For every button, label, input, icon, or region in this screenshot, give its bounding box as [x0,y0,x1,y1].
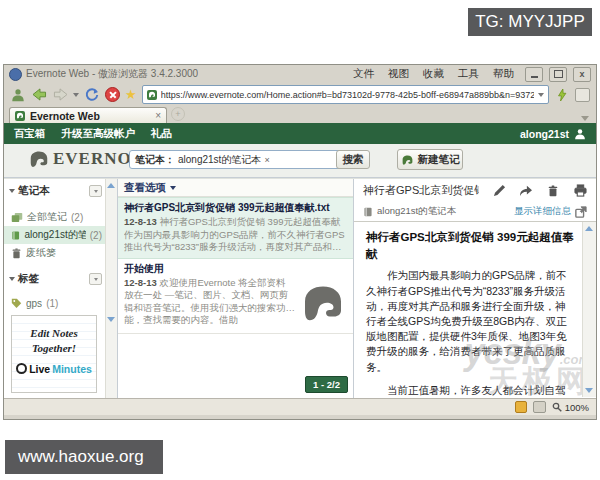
collapse-triangle-icon [9,189,15,193]
note-list: 查看选项 神行者GPS北京到货促销 399元起超值奉献.txt 12-8-13 … [118,179,354,398]
scroll-down-icon[interactable] [107,317,115,322]
minimize-button[interactable] [525,67,543,82]
sidebar-item-tag-gps[interactable]: gps (1) [4,296,105,311]
share-note-button[interactable] [519,184,533,198]
notebooks-section-header[interactable]: 笔记本 [4,182,105,200]
elephant-icon [299,281,347,325]
popout-icon[interactable] [575,206,587,218]
menu-help[interactable]: 帮助 [493,67,514,81]
tags-options-button[interactable] [89,273,102,285]
note-content-title: 神行者GPS北京到货促销 399元起超值奉献 [366,229,574,262]
status-bar: 100% [4,398,596,415]
scroll-down-icon[interactable] [585,388,593,393]
forward-button[interactable] [52,87,68,103]
notebooks-options-button[interactable] [89,185,102,197]
note-snippet-text: 神行者GPS北京到货促销 399元起超值奉献 作为国内最具影响力的GPS品牌，前… [124,216,345,254]
liveminutes-promo-ad[interactable]: Edit Notes Together! LiveMinutes [11,315,97,393]
note-content[interactable]: 神行者GPS北京到货促销 399元起超值奉献 作为国内最具影响力的GPS品牌，前… [354,222,596,398]
tab-evernote-web[interactable]: Evernote Web × [9,107,167,123]
delete-note-button[interactable] [546,184,560,198]
chevron-down-icon [94,278,98,281]
snapshot-button[interactable] [575,88,590,102]
maximize-icon [554,70,563,78]
scroll-up-icon[interactable] [585,226,593,231]
tab-close-icon[interactable]: × [155,111,161,121]
new-tab-button[interactable]: + [171,107,185,121]
note-list-item-selected[interactable]: 神行者GPS北京到货促销 399元起超值奉献.txt 12-8-13 神行者GP… [118,197,353,259]
favorites-star-icon[interactable]: ★ [125,88,137,101]
scroll-up-icon[interactable] [107,183,115,188]
view-options-button[interactable]: 查看选项 [118,179,353,197]
window-title: Evernote Web - 傲游浏览器 3.4.2.3000 [26,67,198,81]
user-icon[interactable] [574,128,586,140]
status-plugin-icon[interactable] [515,401,527,413]
main-area: 笔记本 全部笔记 (2) along21st的笔... (2) 废纸篓 [4,178,596,398]
back-button[interactable] [31,87,47,103]
notebook-icon [363,207,373,217]
url-text[interactable]: https://www.evernote.com/Home.action#b=b… [161,90,534,100]
menu-tools[interactable]: 工具 [458,67,479,81]
brand-live: Live [29,363,50,375]
tag-gps-count: (1) [46,298,58,309]
notebook-icon [11,230,20,241]
sidebar-scrollbar[interactable] [105,179,118,398]
back-arrow-icon [32,88,47,101]
note-meta-row: along21st的笔记本 显示详细信息 [354,202,596,222]
brand-minutes: Minutes [52,363,92,375]
note-panel-title: 神行者GPS北京到货促销 399... [363,183,479,198]
all-notes-icon [11,212,23,223]
sidebar-item-notebook[interactable]: along21st的笔... (2) [4,226,105,244]
stop-button[interactable] [105,87,120,102]
menu-favorites[interactable]: 收藏 [423,67,444,81]
note-notebook-name[interactable]: along21st的笔记本 [377,205,510,218]
history-dropdown-icon[interactable] [73,93,79,97]
nav-gifts[interactable]: 礼品 [143,127,180,141]
screenshot-canvas: TG: MYYJJPP Evernote Web - 傲游浏览器 3.4.2.3… [0,0,600,480]
refresh-button[interactable] [84,87,100,103]
edit-note-button[interactable] [492,184,506,198]
zoom-control[interactable]: 100% [552,402,589,413]
sidebar-item-trash[interactable]: 废纸篓 [4,244,105,262]
status-page-icon[interactable] [533,401,546,413]
forward-arrow-icon [53,88,68,101]
sidebar-item-all-notes[interactable]: 全部笔记 (2) [4,208,105,226]
person-icon [11,88,25,102]
tags-section-header[interactable]: 标签 [4,270,105,288]
note-panel-header: 神行者GPS北京到货促销 399... [354,179,596,202]
elephant-icon [16,112,24,119]
chevron-down-icon [170,186,176,190]
elephant-logo-icon [28,149,50,169]
search-input[interactable]: 笔记本： along21st的笔记本 × × [129,150,359,169]
user-profile-button[interactable] [10,87,26,103]
browser-toolbar: ★ https://www.evernote.com/Home.action#b… [4,83,596,106]
username-label[interactable]: along21st [520,128,569,140]
address-bar[interactable]: https://www.evernote.com/Home.action#b=b… [142,85,549,104]
trash-label: 废纸篓 [26,246,56,260]
nav-treasure-box[interactable]: 百宝箱 [14,127,54,141]
note-title: 开始使用 [124,262,347,276]
collapse-triangle-icon [9,277,15,281]
evernote-nav-bar: 百宝箱 升级至高级帐户 礼品 along21st [4,123,596,144]
search-button[interactable]: 搜索 [336,150,370,169]
note-list-item[interactable]: 开始使用 12-8-13 欢迎使用Evernote 将全部资料放在一处 —笔记、… [118,259,353,334]
trash-icon [547,185,559,197]
tab-overflow-icon[interactable] [581,116,589,121]
close-button[interactable]: x [573,67,591,82]
nav-upgrade-premium[interactable]: 升级至高级帐户 [54,127,144,141]
haoxue-watermark-bar: www.haoxue.org [5,440,163,474]
menu-view[interactable]: 视图 [388,67,409,81]
url-dropdown-icon[interactable] [538,93,544,97]
print-note-button[interactable] [573,184,587,198]
title-bar: Evernote Web - 傲游浏览器 3.4.2.3000 文件 视图 收藏… [4,65,596,83]
menu-file[interactable]: 文件 [353,67,374,81]
zoom-level: 100% [565,402,589,413]
maximize-button[interactable] [549,67,567,82]
go-button[interactable] [554,87,570,103]
minimize-icon [531,76,538,78]
new-note-button[interactable]: 新建笔记 [397,149,463,170]
browser-window: Evernote Web - 傲游浏览器 3.4.2.3000 文件 视图 收藏… [3,64,597,420]
show-details-link[interactable]: 显示详细信息 [514,205,571,218]
search-tag-remove-icon[interactable]: × [264,155,269,165]
note-panel-scrollbar[interactable] [582,222,596,397]
clock-icon [16,363,27,374]
